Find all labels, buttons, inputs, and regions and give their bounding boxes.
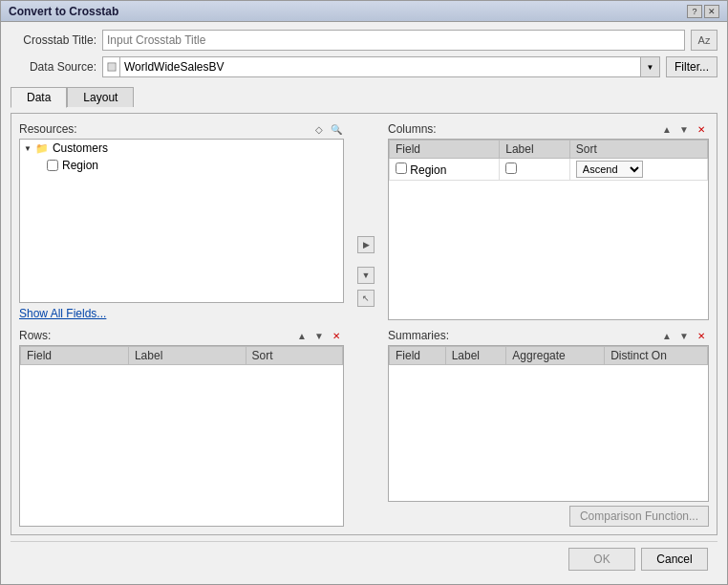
columns-table: Field Label Sort Region bbox=[389, 140, 708, 181]
columns-region-label: Region bbox=[410, 163, 446, 177]
middle-arrows: ▶ ▼ ↖ bbox=[352, 121, 380, 320]
tree-arrow-customers: ▼ bbox=[24, 144, 32, 153]
rows-table: Field Label Sort bbox=[20, 346, 343, 365]
tab-layout[interactable]: Layout bbox=[67, 87, 134, 107]
summaries-panel: Summaries: ▲ ▼ ✕ Field Label bbox=[388, 328, 709, 527]
resources-btns: ◇ 🔍 bbox=[311, 121, 344, 137]
crosstab-title-label: Crosstab Title: bbox=[11, 33, 96, 47]
columns-header: Columns: ▲ ▼ ✕ bbox=[388, 121, 709, 137]
columns-label-cell bbox=[500, 159, 570, 181]
svg-rect-1 bbox=[109, 64, 115, 70]
columns-row-region: Region Ascend Descend bbox=[390, 159, 708, 181]
row-header-field: Field bbox=[21, 347, 129, 365]
summaries-header: Summaries: ▲ ▼ ✕ bbox=[388, 328, 709, 343]
arrow-right-button[interactable]: ▶ bbox=[357, 236, 375, 253]
ok-button[interactable]: OK bbox=[568, 548, 635, 571]
comparison-wrap: Comparison Function... bbox=[388, 506, 709, 527]
tab-data[interactable]: Data bbox=[11, 87, 67, 108]
columns-sort-cell: Ascend Descend bbox=[569, 159, 707, 181]
resources-tree: ▼ 📁 Customers Region bbox=[19, 139, 344, 303]
bottom-panels-row: Rows: ▲ ▼ ✕ Field Label bbox=[19, 328, 709, 527]
help-button[interactable]: ? bbox=[687, 5, 702, 18]
resources-panel: Resources: ◇ 🔍 ▼ 📁 Customers bbox=[19, 121, 344, 320]
summaries-grid: Field Label Aggregate Distinct On bbox=[388, 345, 709, 502]
resources-sort-icon[interactable]: ◇ bbox=[311, 121, 327, 137]
tree-item-customers-label: Customers bbox=[53, 141, 108, 155]
row-header-label: Label bbox=[128, 347, 246, 365]
show-all-link[interactable]: Show All Fields... bbox=[19, 307, 344, 320]
columns-sort-select[interactable]: Ascend Descend bbox=[576, 161, 643, 178]
summaries-down-icon[interactable]: ▼ bbox=[676, 328, 692, 343]
folder-icon: 📁 bbox=[35, 142, 49, 155]
bottom-arrow-spacer bbox=[352, 328, 380, 527]
rows-down-icon[interactable]: ▼ bbox=[311, 328, 327, 343]
columns-btns: ▲ ▼ ✕ bbox=[659, 121, 709, 137]
columns-panel: Columns: ▲ ▼ ✕ Field Label bbox=[388, 121, 709, 320]
tab-content: Resources: ◇ 🔍 ▼ 📁 Customers bbox=[11, 113, 717, 535]
col-header-sort: Sort bbox=[569, 141, 707, 159]
crosstab-title-row: Crosstab Title: Az bbox=[11, 30, 717, 51]
title-bar: Convert to Crosstab ? ✕ bbox=[1, 1, 727, 22]
columns-region-label-checkbox[interactable] bbox=[505, 162, 517, 174]
datasource-dropdown-icon[interactable]: ▼ bbox=[641, 56, 660, 77]
resources-header: Resources: ◇ 🔍 bbox=[19, 121, 344, 137]
rows-up-icon[interactable]: ▲ bbox=[294, 328, 310, 343]
tabs: Data Layout bbox=[11, 87, 717, 107]
dialog-title: Convert to Crosstab bbox=[9, 5, 118, 18]
sum-header-aggregate: Aggregate bbox=[506, 347, 605, 365]
dialog-body: Crosstab Title: Az Data Source: WorldWid… bbox=[1, 22, 727, 584]
row-header-sort: Sort bbox=[246, 347, 342, 365]
summaries-label: Summaries: bbox=[388, 329, 449, 342]
sum-header-label: Label bbox=[445, 347, 506, 365]
summaries-table: Field Label Aggregate Distinct On bbox=[389, 346, 708, 365]
close-button[interactable]: ✕ bbox=[704, 5, 719, 18]
dialog: Convert to Crosstab ? ✕ Crosstab Title: … bbox=[0, 0, 728, 585]
sum-header-field: Field bbox=[390, 347, 446, 365]
tree-item-region-label: Region bbox=[62, 159, 98, 172]
datasource-icon bbox=[102, 56, 119, 77]
col-header-field: Field bbox=[390, 141, 500, 159]
title-bar-buttons: ? ✕ bbox=[687, 5, 719, 18]
rows-panel: Rows: ▲ ▼ ✕ Field Label bbox=[19, 328, 344, 527]
columns-up-icon[interactable]: ▲ bbox=[659, 121, 674, 137]
crosstab-title-input[interactable] bbox=[102, 30, 685, 51]
columns-region-checkbox[interactable] bbox=[396, 162, 407, 174]
columns-down-icon[interactable]: ▼ bbox=[676, 121, 692, 137]
rows-label: Rows: bbox=[19, 329, 51, 342]
filter-button[interactable]: Filter... bbox=[666, 56, 717, 77]
summaries-up-icon[interactable]: ▲ bbox=[659, 328, 674, 343]
arrow-upleft-button[interactable]: ↖ bbox=[357, 290, 375, 307]
rows-btns: ▲ ▼ ✕ bbox=[294, 328, 344, 343]
arrow-down-button[interactable]: ▼ bbox=[357, 267, 375, 284]
datasource-label: Data Source: bbox=[11, 60, 96, 74]
rows-remove-icon[interactable]: ✕ bbox=[329, 328, 344, 343]
datasource-row: Data Source: WorldWideSalesBV ▼ Filter..… bbox=[11, 56, 717, 77]
rows-grid: Field Label Sort bbox=[19, 345, 344, 527]
rows-header: Rows: ▲ ▼ ✕ bbox=[19, 328, 344, 343]
tree-item-customers[interactable]: ▼ 📁 Customers bbox=[20, 140, 343, 157]
tree-item-region[interactable]: Region bbox=[20, 157, 343, 174]
top-panels-row: Resources: ◇ 🔍 ▼ 📁 Customers bbox=[19, 121, 709, 320]
sum-header-distinct-on: Distinct On bbox=[605, 347, 708, 365]
datasource-combo-wrap: WorldWideSalesBV ▼ bbox=[102, 56, 660, 77]
az-button[interactable]: Az bbox=[691, 30, 717, 51]
col-header-label: Label bbox=[500, 141, 570, 159]
columns-label: Columns: bbox=[388, 122, 437, 136]
footer: OK Cancel bbox=[11, 541, 717, 576]
columns-remove-icon[interactable]: ✕ bbox=[694, 121, 709, 137]
columns-grid: Field Label Sort Region bbox=[388, 139, 709, 320]
summaries-remove-icon[interactable]: ✕ bbox=[694, 328, 709, 343]
datasource-select[interactable]: WorldWideSalesBV bbox=[119, 56, 641, 77]
region-checkbox[interactable] bbox=[47, 160, 58, 171]
cancel-button[interactable]: Cancel bbox=[641, 548, 708, 571]
resources-label: Resources: bbox=[19, 122, 77, 136]
comparison-function-button[interactable]: Comparison Function... bbox=[569, 506, 709, 527]
summaries-btns: ▲ ▼ ✕ bbox=[659, 328, 709, 343]
resources-search-icon[interactable]: 🔍 bbox=[329, 121, 344, 137]
columns-field-cell: Region bbox=[390, 159, 500, 181]
